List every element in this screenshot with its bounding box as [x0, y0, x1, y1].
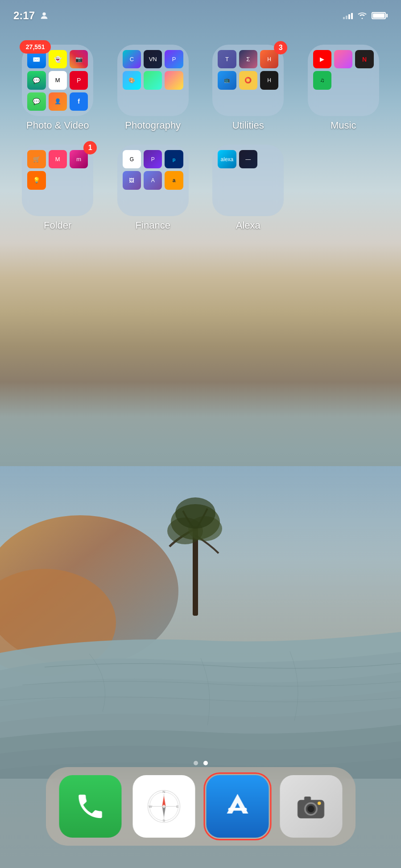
signal-bar-2: [346, 16, 347, 19]
mini-p4: [165, 71, 183, 89]
svg-point-25: [318, 801, 321, 805]
folder-utilities[interactable]: 3 T Σ H 📺 ⭕ H Utilities: [204, 45, 293, 131]
app-grid: 27,551 ✉️ 👻 📷 💬 M P 💬 👤 f Photo & Video …: [0, 36, 401, 240]
mini-p2: 🎨: [123, 71, 141, 89]
folder-alexa[interactable]: alexa — Alexa: [204, 145, 293, 231]
mini-fin1: 🖼: [123, 171, 141, 189]
svg-point-23: [308, 805, 314, 812]
mini-f2: [70, 171, 88, 189]
folder-general[interactable]: 1 🛒 M m 💡 Folder: [13, 145, 102, 231]
mini-p1: P: [165, 50, 183, 68]
badge-folder: 1: [83, 141, 97, 154]
mini-p3: [144, 71, 162, 89]
mini-al1: [260, 150, 278, 168]
mini-canva: C: [123, 50, 141, 68]
badge-photo-video: 27,551: [20, 40, 51, 54]
mini-empty1: [123, 92, 141, 111]
folder-photography-icon[interactable]: C VN P 🎨: [117, 45, 189, 116]
status-time-container: 2:17: [13, 9, 49, 22]
folder-utilities-label: Utilities: [232, 120, 264, 131]
svg-text:W: W: [149, 805, 152, 809]
folder-photo-video-label: Photo & Video: [26, 120, 89, 131]
mini-snap: 👻: [49, 50, 67, 68]
signal-bar-1: [343, 17, 345, 19]
mini-phonepe: P: [144, 150, 162, 168]
mini-f5: [70, 192, 88, 211]
signal-bars: [343, 12, 353, 19]
mini-m2: [334, 71, 352, 89]
folder-finance-label: Finance: [136, 220, 170, 231]
mini-swiggy: 🛒: [27, 150, 45, 168]
mini-sigma: Σ: [239, 50, 257, 68]
mini-u4: H: [260, 71, 278, 89]
mini-u3: ⭕: [239, 71, 257, 89]
mini-yt: ▶: [313, 50, 331, 68]
svg-point-7: [175, 497, 215, 529]
mini-m4: [313, 92, 331, 111]
mini-fin4: [165, 192, 183, 211]
folder-music[interactable]: ▶ N ♫ Music: [299, 45, 388, 131]
mini-al7: [260, 192, 278, 211]
mini-fin3: [144, 192, 162, 211]
mini-f1: [49, 171, 67, 189]
mini-u7: [260, 92, 278, 111]
folder-music-icon[interactable]: ▶ N ♫: [308, 45, 379, 116]
mini-fin2: [123, 192, 141, 211]
mini-al4: [260, 171, 278, 189]
svg-text:E: E: [176, 805, 178, 809]
folder-finance-icon[interactable]: G P p 🖼 A a: [117, 145, 189, 216]
mini-empty2: [144, 92, 162, 111]
battery-icon: [372, 12, 388, 19]
mini-insta: 📷: [70, 50, 88, 68]
folder-alexa-icon[interactable]: alexa —: [212, 145, 284, 216]
page-dot-1[interactable]: [194, 761, 198, 765]
dock: N E S W: [45, 767, 356, 846]
status-bar: 2:17: [0, 0, 401, 25]
mini-teams: T: [218, 50, 236, 68]
mini-pinterest: P: [70, 71, 88, 89]
page-dot-2[interactable]: [203, 761, 208, 765]
mini-f3: [27, 192, 45, 211]
folder-photo-video-icon[interactable]: 27,551 ✉️ 👻 📷 💬 M P 💬 👤 f: [22, 45, 93, 116]
mini-u2: 📺: [218, 71, 236, 89]
dock-appstore[interactable]: [206, 775, 269, 838]
mini-vn: VN: [144, 50, 162, 68]
mini-wallet: A: [144, 171, 162, 189]
mini-bulb: 💡: [27, 171, 45, 189]
svg-text:N: N: [162, 790, 165, 794]
mini-u6: [239, 92, 257, 111]
mini-alexa: alexa: [218, 150, 236, 168]
svg-point-8: [42, 13, 45, 16]
mini-gpay: G: [123, 150, 141, 168]
wifi-icon: [357, 12, 367, 19]
page-dots: [194, 761, 208, 765]
signal-bar-4: [351, 13, 353, 19]
folder-photography[interactable]: C VN P 🎨 Photography: [109, 45, 198, 131]
mini-f4: [49, 192, 67, 211]
folder-general-icon[interactable]: 1 🛒 M m 💡: [22, 145, 93, 216]
folder-alexa-label: Alexa: [236, 220, 260, 231]
dock-safari[interactable]: N E S W: [132, 775, 195, 838]
mini-al3: [239, 171, 257, 189]
folder-general-label: Folder: [44, 220, 71, 231]
mini-empty3: [165, 92, 183, 111]
folder-photo-video[interactable]: 27,551 ✉️ 👻 📷 💬 M P 💬 👤 f Photo & Video: [13, 45, 102, 131]
wallpaper-landscape: [0, 466, 401, 779]
dock-phone[interactable]: [59, 775, 121, 838]
mini-whatsapp: 💬: [27, 71, 45, 89]
mini-gmail: M: [49, 71, 67, 89]
mini-myntra: M: [49, 150, 67, 168]
folder-music-label: Music: [331, 120, 356, 131]
dock-camera[interactable]: [280, 775, 342, 838]
mini-al5: [218, 192, 236, 211]
signal-bar-3: [348, 14, 350, 19]
mini-messages: 💬: [27, 92, 45, 111]
mini-m6: [355, 92, 373, 111]
status-right: [343, 12, 388, 19]
svg-text:S: S: [162, 818, 165, 822]
mini-echo: —: [239, 150, 257, 168]
mini-amazon2: a: [165, 171, 183, 189]
folder-photography-label: Photography: [125, 120, 181, 131]
folder-finance[interactable]: G P p 🖼 A a Finance: [109, 145, 198, 231]
folder-utilities-icon[interactable]: 3 T Σ H 📺 ⭕ H: [212, 45, 284, 116]
